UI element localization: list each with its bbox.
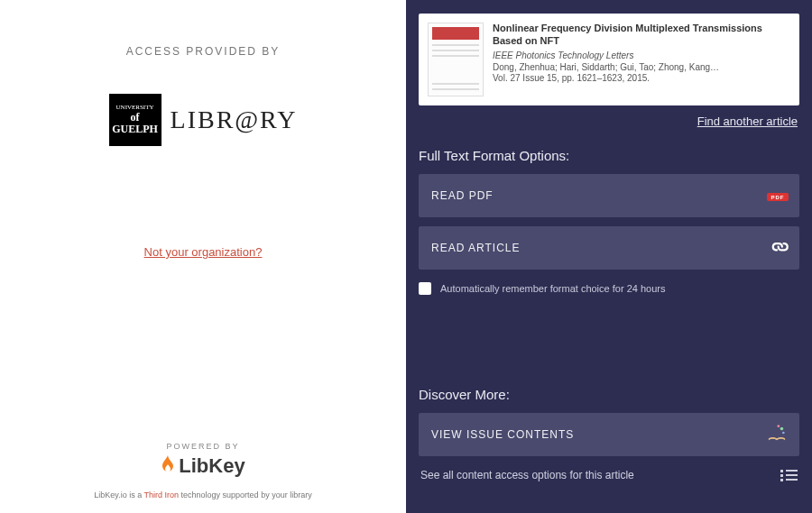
article-citation: Vol. 27 Issue 15, pp. 1621–1623, 2015. [493,73,790,83]
see-all-options-row[interactable]: See all content access options for this … [419,465,799,485]
read-pdf-label: READ PDF [431,189,494,202]
powered-by-label: POWERED BY [0,442,406,451]
access-panel: ACCESS PROVIDED BY UNIVERSITY of GUELPH … [0,0,406,513]
svg-point-1 [777,425,780,427]
remember-choice-row: Automatically remember format choice for… [419,282,799,295]
svg-point-2 [782,431,785,434]
libkey-footer-text: LibKey.io is a Third Iron technology sup… [0,490,406,499]
fulltext-options-heading: Full Text Format Options: [419,148,799,163]
remember-checkbox[interactable] [419,282,431,295]
guelph-logo-block: UNIVERSITY of GUELPH [109,94,161,146]
pdf-icon: PDF [769,186,787,206]
not-your-organization-link[interactable]: Not your organization? [144,245,263,259]
read-article-label: READ ARTICLE [431,242,520,254]
organization-logo: UNIVERSITY of GUELPH LIBR@RY [109,94,298,146]
find-another-article-link[interactable]: Find another article [420,115,798,128]
library-wordmark: LIBR@RY [171,105,298,134]
svg-point-0 [780,426,784,430]
article-info: Nonlinear Frequency Division Multiplexed… [493,23,790,96]
article-title: Nonlinear Frequency Division Multiplexed… [493,23,790,48]
discover-more-block: Discover More: VIEW ISSUE CONTENTS See a… [419,367,799,485]
flame-icon [161,455,175,478]
libkey-wordmark: LibKey [179,454,245,478]
remember-label: Automatically remember format choice for… [440,283,665,294]
list-icon [780,470,798,481]
book-sparkle-icon [767,424,787,446]
powered-by-block: POWERED BY LibKey LibKey.io is a Third I… [0,442,406,499]
third-iron-link[interactable]: Third Iron [144,490,180,499]
access-provided-by-label: ACCESS PROVIDED BY [126,45,281,58]
article-journal: IEEE Photonics Technology Letters [493,50,790,60]
article-panel: Nonlinear Frequency Division Multiplexed… [406,0,812,513]
libkey-logo: LibKey [0,454,406,478]
view-issue-contents-button[interactable]: VIEW ISSUE CONTENTS [419,413,799,456]
see-all-label: See all content access options for this … [420,469,634,481]
read-article-button[interactable]: READ ARTICLE [419,226,799,270]
article-card: Nonlinear Frequency Division Multiplexed… [419,14,799,105]
view-issue-label: VIEW ISSUE CONTENTS [431,428,574,441]
article-authors: Dong, Zhenhua; Hari, Siddarth; Gui, Tao;… [493,62,790,72]
article-thumbnail [428,23,484,96]
discover-more-heading: Discover More: [419,387,799,402]
link-icon [766,235,792,261]
read-pdf-button[interactable]: READ PDF PDF [419,174,799,217]
